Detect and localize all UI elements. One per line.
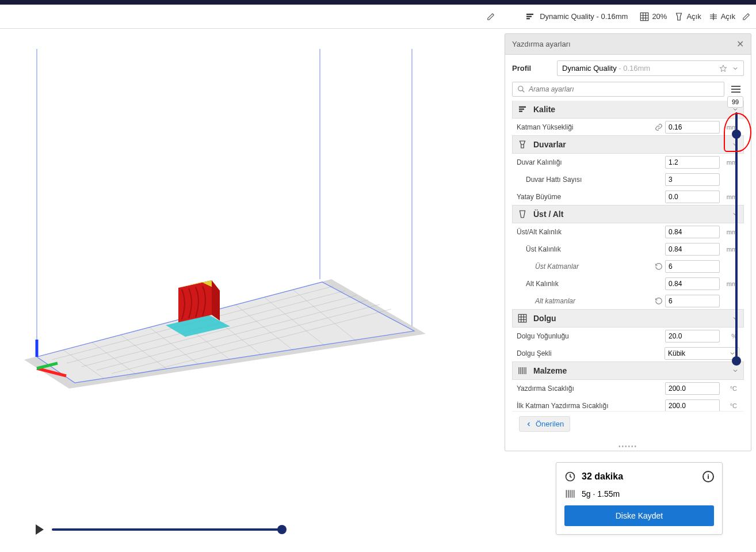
simulation-playbar — [36, 524, 282, 535]
svg-rect-39 — [518, 314, 526, 322]
horiz-expansion-input[interactable] — [665, 191, 720, 203]
infill-toggle[interactable]: 20% — [639, 12, 667, 22]
filament-icon — [564, 488, 576, 500]
setting-label: Duvar Hattı Sayısı — [517, 176, 663, 184]
top-thickness-input[interactable] — [665, 243, 720, 256]
chevron-down-icon — [732, 65, 739, 72]
profile-name: Dynamic Quality — [562, 64, 617, 73]
settings-search[interactable] — [512, 82, 724, 97]
edit-left-icon[interactable] — [487, 13, 495, 21]
svg-point-35 — [518, 86, 523, 91]
slider-thumb-top[interactable] — [732, 130, 741, 139]
layer-height-input[interactable] — [665, 121, 720, 134]
support-icon — [674, 12, 684, 22]
reset-icon[interactable] — [655, 297, 663, 305]
adhesion-text: Açık — [721, 12, 735, 21]
infill-density-input[interactable] — [665, 330, 720, 342]
svg-rect-0 — [526, 13, 533, 14]
adhesion-icon — [708, 12, 719, 22]
simulation-thumb[interactable] — [277, 525, 287, 534]
setting-label: Alt katmanlar — [517, 297, 652, 305]
infill-icon — [639, 12, 650, 22]
settings-list[interactable]: Kalite Katman Yüksekliği mm Duvarlar — [512, 100, 744, 411]
setting-label: Üst/Alt Kalınlık — [517, 228, 663, 236]
svg-rect-37 — [519, 109, 524, 110]
setting-label: İlk Katman Yazdırma Sıcaklığı — [517, 402, 663, 410]
layer-height-label: Katman Yüksekliği — [517, 123, 652, 131]
infill-pattern-select[interactable]: Kübik — [665, 347, 739, 360]
walls-icon — [517, 139, 528, 150]
svg-rect-1 — [526, 16, 532, 17]
edit-right-icon[interactable] — [742, 13, 750, 21]
support-text: Açık — [686, 12, 701, 21]
save-to-disk-button[interactable]: Diske Kaydet — [564, 505, 714, 526]
link-icon[interactable] — [655, 123, 663, 131]
section-topbottom[interactable]: Üst / Alt — [512, 205, 744, 223]
setting-label: Dolgu Yoğunluğu — [517, 332, 663, 340]
support-toggle[interactable]: Açık — [674, 12, 701, 22]
svg-rect-3 — [641, 13, 649, 21]
tb-thickness-input[interactable] — [665, 226, 720, 238]
section-quality[interactable]: Kalite — [512, 100, 744, 119]
top-toolbar: Dynamic Quality - 0.16mm 20% Açık Açık — [0, 5, 756, 29]
setting-label: Üst Katmanlar — [517, 262, 652, 271]
close-icon[interactable]: ✕ — [736, 39, 744, 50]
chevron-down-icon — [732, 367, 739, 374]
print-settings-panel: Yazdırma ayarları ✕ Profil Dynamic Quali… — [505, 33, 751, 451]
section-infill[interactable]: Dolgu — [512, 309, 744, 328]
slider-track[interactable] — [735, 112, 738, 366]
app-titlebar — [0, 0, 756, 5]
panel-drag-handle[interactable]: •••••• — [505, 442, 751, 451]
print-time: 32 dakika — [582, 471, 623, 482]
top-layers-input[interactable] — [665, 260, 720, 273]
layer-slider[interactable]: 99 — [731, 112, 742, 366]
layer-slider-value: 99 — [727, 96, 743, 108]
infill-icon — [517, 313, 528, 323]
profile-suffix: - 0.16mm — [617, 64, 651, 73]
slider-thumb-bottom[interactable] — [732, 356, 741, 366]
wall-line-count-input[interactable] — [665, 173, 720, 186]
setting-label: Yatay Büyüme — [517, 193, 663, 201]
setting-label: Dolgu Şekli — [517, 349, 662, 357]
svg-marker-34 — [212, 280, 220, 321]
svg-rect-36 — [519, 106, 526, 108]
3d-viewport[interactable] — [0, 29, 500, 552]
build-plate-scene — [12, 49, 437, 406]
recommended-button[interactable]: Önerilen — [519, 416, 570, 432]
svg-rect-2 — [526, 18, 530, 19]
setting-label: Alt Kalınlık — [517, 280, 663, 288]
topbottom-icon — [517, 209, 528, 219]
star-icon[interactable] — [719, 64, 727, 73]
bottom-thickness-input[interactable] — [665, 277, 720, 290]
quality-profile-display[interactable]: Dynamic Quality - 0.16mm — [520, 9, 632, 24]
quality-icon — [517, 104, 528, 115]
quality-profile-text: Dynamic Quality - 0.16mm — [540, 12, 628, 21]
setting-label: Duvar Kalınlığı — [517, 158, 663, 166]
bottom-layers-input[interactable] — [665, 295, 720, 307]
info-icon[interactable]: i — [702, 471, 714, 482]
chevron-left-icon — [525, 421, 532, 428]
material-icon — [517, 366, 528, 376]
setting-label: Üst Kalınlık — [517, 245, 663, 253]
simulation-track[interactable] — [52, 528, 282, 531]
play-button[interactable] — [36, 524, 44, 535]
panel-title: Yazdırma ayarları — [512, 40, 571, 48]
first-layer-temp-input[interactable] — [665, 399, 720, 411]
wall-thickness-input[interactable] — [665, 156, 720, 169]
print-info-card: i 32 dakika 5g · 1.55m Diske Kaydet — [556, 462, 723, 535]
reset-icon[interactable] — [655, 262, 663, 271]
profile-label: Profil — [512, 64, 552, 73]
section-walls[interactable]: Duvarlar — [512, 135, 744, 154]
setting-label: Yazdırma Sıcaklığı — [517, 385, 663, 393]
layers-icon — [525, 12, 535, 22]
profile-dropdown[interactable]: Dynamic Quality - 0.16mm — [557, 60, 744, 76]
infill-text: 20% — [652, 12, 667, 21]
clock-icon — [564, 471, 576, 482]
adhesion-toggle[interactable]: Açık — [708, 12, 735, 22]
section-material[interactable]: Malzeme — [512, 361, 744, 380]
search-icon — [517, 85, 525, 93]
settings-menu-icon[interactable] — [728, 82, 744, 97]
panel-header: Yazdırma ayarları ✕ — [505, 34, 751, 55]
print-temp-input[interactable] — [665, 382, 720, 395]
search-input[interactable] — [529, 85, 719, 93]
